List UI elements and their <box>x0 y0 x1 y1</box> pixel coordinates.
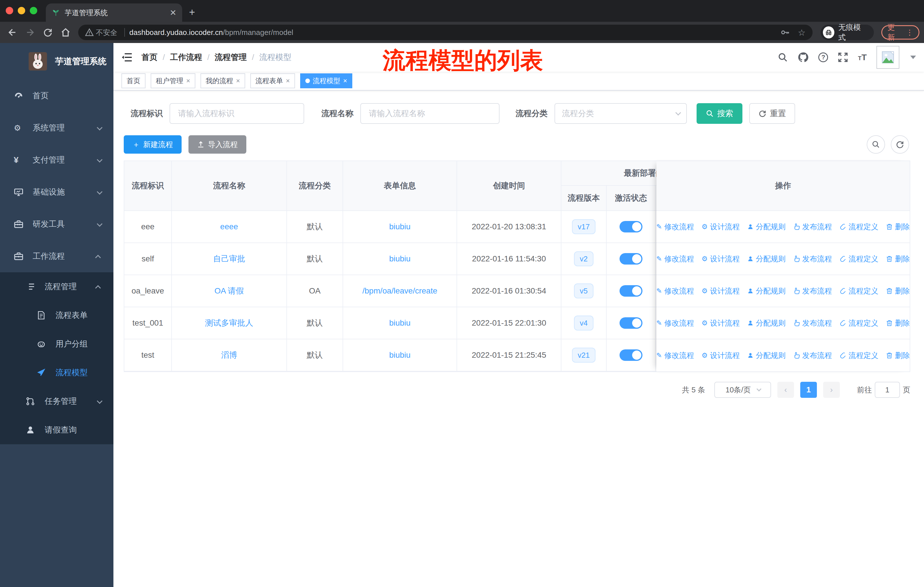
version-tag[interactable]: v17 <box>572 219 596 234</box>
delete-link[interactable]: 删除 <box>886 318 910 328</box>
publish-process-link[interactable]: 发布流程 <box>793 222 832 232</box>
tag-process-model-active[interactable]: 流程模型 × <box>300 73 352 88</box>
sidebar-item-task-management[interactable]: 任务管理 <box>0 387 114 416</box>
page-number-button[interactable]: 1 <box>800 382 817 398</box>
version-tag[interactable]: v21 <box>572 348 596 362</box>
close-icon[interactable]: × <box>186 77 190 85</box>
publish-process-link[interactable]: 发布流程 <box>793 318 832 328</box>
publish-process-link[interactable]: 发布流程 <box>793 254 832 264</box>
security-label[interactable]: 不安全 <box>96 28 117 37</box>
breadcrumb-workflow[interactable]: 工作流程 <box>170 52 202 63</box>
assign-rule-link[interactable]: 分配规则 <box>747 222 785 232</box>
active-toggle[interactable] <box>620 317 642 329</box>
tag-tenant[interactable]: 租户管理 × <box>151 73 195 88</box>
sidebar-item-system[interactable]: ⚙ 系统管理 <box>0 112 114 144</box>
model-name-link[interactable]: 滔博 <box>221 350 237 360</box>
assign-rule-link[interactable]: 分配规则 <box>747 286 785 296</box>
avatar-caret-icon[interactable] <box>910 56 916 62</box>
url-bar[interactable]: 不安全 dashboard.yudao.iocoder.cn/bpm/manag… <box>78 25 813 40</box>
update-label[interactable]: 更新 <box>887 22 901 42</box>
new-tab-button[interactable]: + <box>189 6 195 18</box>
browser-menu-icon[interactable]: ⋮ <box>906 28 913 37</box>
tag-home[interactable]: 首页 <box>121 73 145 88</box>
close-icon[interactable]: × <box>286 77 290 85</box>
forward-icon[interactable] <box>22 24 38 40</box>
tag-process-form[interactable]: 流程表单 × <box>250 73 295 88</box>
delete-link[interactable]: 删除 <box>886 351 910 360</box>
model-name-link[interactable]: 测试多审批人 <box>205 317 253 329</box>
edit-process-link[interactable]: ✎修改流程 <box>656 222 694 232</box>
prev-page-button[interactable]: ‹ <box>777 382 794 398</box>
process-definition-link[interactable]: 流程定义 <box>840 351 878 360</box>
app-logo-row[interactable]: 芋道管理系统 <box>0 43 114 80</box>
minimize-window-button[interactable] <box>18 7 25 14</box>
edit-process-link[interactable]: ✎修改流程 <box>656 286 694 296</box>
process-definition-link[interactable]: 流程定义 <box>840 254 878 264</box>
active-toggle[interactable] <box>620 349 642 361</box>
import-process-button[interactable]: 导入流程 <box>188 135 246 154</box>
form-link[interactable]: biubiu <box>389 318 411 327</box>
publish-process-link[interactable]: 发布流程 <box>793 351 832 360</box>
reload-icon[interactable] <box>40 24 56 40</box>
delete-link[interactable]: 删除 <box>886 254 910 264</box>
back-icon[interactable] <box>5 24 20 40</box>
sidebar-item-infrastructure[interactable]: 基础设施 <box>0 176 114 208</box>
sidebar-item-workflow[interactable]: 工作流程 <box>0 240 114 272</box>
create-process-button[interactable]: ＋ 新建流程 <box>124 135 182 154</box>
goto-page-input[interactable] <box>875 382 900 398</box>
publish-process-link[interactable]: 发布流程 <box>793 286 832 296</box>
sidebar-item-devtools[interactable]: 研发工具 <box>0 208 114 240</box>
help-icon[interactable]: ? <box>818 53 828 62</box>
edit-process-link[interactable]: ✎修改流程 <box>656 318 694 328</box>
fullscreen-icon[interactable] <box>838 52 848 63</box>
maximize-window-button[interactable] <box>30 7 37 14</box>
search-button[interactable]: 搜索 <box>696 103 742 124</box>
breadcrumb-home[interactable]: 首页 <box>142 52 158 63</box>
sidebar-item-payment[interactable]: ¥ 支付管理 <box>0 144 114 176</box>
version-tag[interactable]: v5 <box>574 283 593 298</box>
breadcrumb-process-management[interactable]: 流程管理 <box>215 52 247 63</box>
design-process-link[interactable]: ⚙设计流程 <box>701 351 740 360</box>
assign-rule-link[interactable]: 分配规则 <box>747 318 785 328</box>
form-link[interactable]: biubiu <box>389 351 411 360</box>
process-id-input[interactable] <box>170 103 304 124</box>
avatar[interactable] <box>876 46 899 69</box>
browser-update-button[interactable]: 更新 ⋮ <box>881 25 919 40</box>
design-process-link[interactable]: ⚙设计流程 <box>701 318 740 328</box>
process-definition-link[interactable]: 流程定义 <box>840 286 878 296</box>
sidebar-item-process-model[interactable]: 流程模型 <box>0 358 114 387</box>
key-icon[interactable] <box>780 28 790 37</box>
next-page-button[interactable]: › <box>823 382 840 398</box>
sidebar-item-leave-query[interactable]: 请假查询 <box>0 416 114 444</box>
sidebar-item-home[interactable]: 首页 <box>0 80 114 112</box>
process-definition-link[interactable]: 流程定义 <box>840 222 878 232</box>
sidebar-item-user-group[interactable]: 用户分组 <box>0 330 114 358</box>
toggle-search-button[interactable] <box>867 135 885 154</box>
active-toggle[interactable] <box>620 221 642 232</box>
active-toggle[interactable] <box>620 285 642 297</box>
search-icon[interactable] <box>778 52 788 63</box>
form-link[interactable]: /bpm/oa/leave/create <box>362 286 437 296</box>
home-icon[interactable] <box>58 24 73 40</box>
assign-rule-link[interactable]: 分配规则 <box>747 351 785 360</box>
model-name-link[interactable]: 自己审批 <box>213 253 245 264</box>
version-tag[interactable]: v2 <box>574 251 593 266</box>
delete-link[interactable]: 删除 <box>886 286 910 296</box>
close-icon[interactable]: × <box>236 77 240 85</box>
sidebar-item-process-management[interactable]: 流程管理 <box>0 272 114 301</box>
form-link[interactable]: biubiu <box>389 222 411 231</box>
refresh-table-button[interactable] <box>891 135 909 154</box>
design-process-link[interactable]: ⚙设计流程 <box>701 286 740 296</box>
design-process-link[interactable]: ⚙设计流程 <box>701 222 740 232</box>
model-name-link[interactable]: eeee <box>220 222 238 231</box>
delete-link[interactable]: 删除 <box>886 222 910 232</box>
version-tag[interactable]: v4 <box>574 316 593 331</box>
close-window-button[interactable] <box>6 7 13 14</box>
process-name-input[interactable] <box>360 103 500 124</box>
security-warning-icon[interactable] <box>85 28 94 37</box>
model-name-link[interactable]: OA 请假 <box>214 286 244 296</box>
close-icon[interactable]: × <box>343 77 347 85</box>
sidebar-item-process-form[interactable]: 流程表单 <box>0 301 114 330</box>
window-controls[interactable] <box>6 7 37 14</box>
tab-close-icon[interactable]: ✕ <box>170 8 177 18</box>
